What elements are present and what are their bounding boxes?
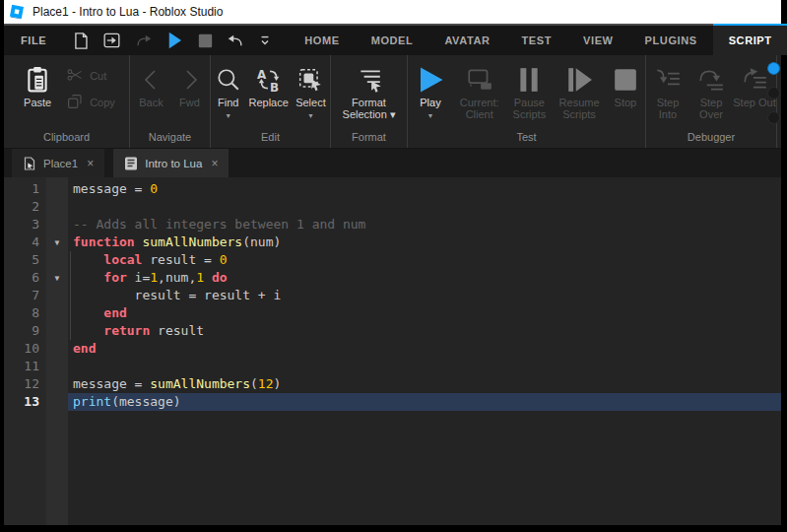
paste-icon [25,63,50,97]
fold-gutter-cell [46,393,68,411]
code-line-2[interactable] [73,198,781,216]
fold-gutter-cell [46,304,68,322]
current-client-button[interactable]: Current: Client [453,60,506,120]
tab-plugins[interactable]: PLUGINS [629,26,713,55]
format-selection-icon [356,63,383,97]
fold-gutter-cell [46,322,68,340]
line-number: 8 [4,304,39,322]
doc-tab-intro-to-lua[interactable]: Intro to Lua × [113,149,229,177]
token-txt: message = [73,181,150,196]
paste-button[interactable]: Paste [12,60,63,108]
fold-gutter-cell [46,251,68,269]
find-button[interactable]: Find ▼ [211,60,245,122]
token-txt [73,252,103,267]
fold-gutter-cell [46,287,68,304]
redo-icon[interactable] [135,33,152,48]
step-over-button[interactable]: Step Over [689,60,733,120]
fold-gutter-cell [46,375,68,393]
token-txt [73,305,103,320]
tab-home[interactable]: HOME [289,26,355,55]
undo-icon[interactable] [228,33,244,48]
tab-avatar[interactable]: AVATAR [428,26,505,55]
code-line-12[interactable]: message = sumAllNumbers(12) [73,375,781,393]
doc-tab-place1[interactable]: Place1 × [12,149,104,177]
play-button[interactable]: Play ▼ [408,60,453,122]
pager-dot[interactable] [767,87,780,100]
token-num: 1 [196,270,204,285]
token-fn: sumAllNumbers [150,376,250,391]
line-number: 1 [4,180,39,198]
code-line-7[interactable]: result = result + i [73,287,781,304]
copy-button[interactable]: Copy [67,94,115,111]
token-txt: ,num, [158,270,196,285]
token-kw: local [103,252,142,267]
stop-button[interactable]: Stop [606,60,645,108]
ribbon-group-test: Play ▼ Current: Client Pause Scripts [408,55,646,148]
edit-group-label: Edit [211,129,330,148]
token-kw: for [103,270,126,285]
tab-model[interactable]: MODEL [356,26,429,55]
code-line-8[interactable]: end [73,304,781,322]
line-number: 11 [4,358,39,375]
tab-view[interactable]: VIEW [567,26,629,55]
new-file-icon[interactable] [73,33,89,49]
script-file-icon [124,157,138,170]
code-line-10[interactable]: end [73,340,781,358]
step-into-button[interactable]: Step Into [646,60,689,120]
indent-guide [70,251,71,340]
ribbon-group-clipboard: Paste Cut Copy [4,55,130,148]
fwd-button[interactable]: Fwd [171,60,209,108]
cut-button[interactable]: Cut [67,68,115,84]
script-editor[interactable]: 12345678910111213 ▼▼ message = 0-- Adds … [4,177,781,525]
token-txt: (num) [242,234,281,249]
pager-dot-active[interactable] [767,62,780,75]
token-txt [73,270,103,285]
select-button[interactable]: Select ▼ [292,60,330,122]
tab-script[interactable]: SCRIPT [713,24,787,55]
code-line-1[interactable]: message = 0 [73,180,781,198]
gutter-fold-column: ▼▼ [46,177,68,525]
code-line-5[interactable]: local result = 0 [73,251,781,269]
resume-scripts-button[interactable]: Resume Scripts [553,60,606,120]
fold-arrow-icon[interactable]: ▼ [46,269,68,287]
svg-text:B: B [270,81,279,93]
back-button[interactable]: Back [132,60,171,108]
close-tab-icon[interactable]: × [87,158,94,169]
line-number: 7 [4,287,39,304]
pause-icon [516,63,542,97]
qat-stop-icon[interactable] [198,33,213,48]
code-lines[interactable]: message = 0-- Adds all integers between … [68,177,781,525]
format-selection-button[interactable]: Format Selection ▾ [337,60,402,120]
pager-dot[interactable] [767,111,780,124]
close-tab-icon[interactable]: × [211,158,218,169]
line-number: 10 [4,340,39,358]
token-txt: i= [127,270,150,285]
replace-icon: AB [256,63,282,97]
pause-scripts-button[interactable]: Pause Scripts [505,60,553,120]
ribbon-group-debugger: Step Into Step Over Step Out Debugger [646,55,777,148]
copy-label: Copy [90,97,115,108]
line-number: 4 [4,233,39,251]
token-num: 12 [258,376,274,391]
navigate-group-label: Navigate [130,129,210,148]
fold-arrow-icon[interactable]: ▼ [46,233,68,251]
code-line-3[interactable]: -- Adds all integers between 1 and num [73,216,781,233]
tab-test[interactable]: TEST [506,26,568,55]
open-insert-icon[interactable] [103,33,120,48]
code-line-9[interactable]: return result [73,322,781,340]
customize-toolbar-icon[interactable] [259,33,271,47]
code-line-13[interactable]: print(message) [68,393,781,411]
token-kw: end [103,305,126,320]
qat-play-icon[interactable] [166,32,183,49]
replace-button[interactable]: AB Replace [245,60,292,108]
play-icon [416,63,445,97]
svg-text:A: A [257,68,267,82]
ribbon-tabs: HOME MODEL AVATAR TEST VIEW PLUGINS SCRI… [289,26,787,55]
code-line-11[interactable] [73,358,781,375]
forward-chevron-icon [178,63,202,97]
code-line-6[interactable]: for i=1,num,1 do [73,269,781,287]
code-line-4[interactable]: function sumAllNumbers(num) [73,233,781,251]
token-kw: do [212,270,228,285]
file-menu-button[interactable]: FILE [4,26,63,55]
token-com: -- Adds all integers between 1 and num [73,217,365,232]
